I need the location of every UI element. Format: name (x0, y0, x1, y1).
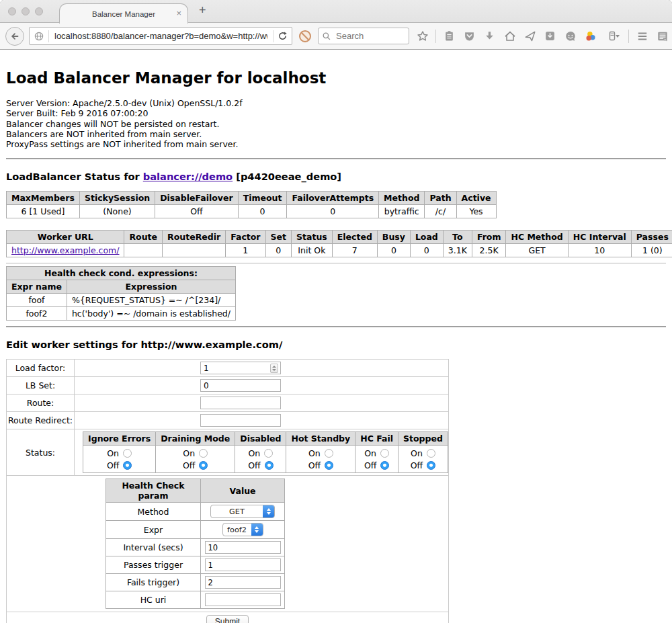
column-header: Status (292, 231, 333, 244)
search-input[interactable] (335, 30, 405, 42)
radio-on[interactable] (427, 449, 435, 458)
column-header: Busy (377, 231, 410, 244)
column-header: Path (425, 192, 456, 205)
tab-close-icon[interactable]: × (176, 8, 181, 19)
submit-button[interactable]: Submit (206, 615, 249, 623)
hc-fails-input[interactable] (205, 576, 281, 589)
route-label: Route: (7, 394, 75, 412)
container-button[interactable] (602, 28, 624, 45)
lb-set-input[interactable] (200, 379, 281, 392)
traffic-lights (8, 7, 43, 15)
search-bar[interactable] (318, 28, 409, 44)
column-header: Timeout (238, 192, 287, 205)
submit-cell: Submit (7, 612, 449, 623)
table-cell: Off (155, 205, 238, 218)
form-row: Route Redirect: (7, 412, 449, 429)
divider (6, 158, 666, 159)
downloads-button[interactable] (481, 28, 498, 45)
radio-off[interactable] (265, 461, 274, 470)
balancer-link[interactable]: balancer://demo (143, 171, 233, 182)
globe-icon[interactable] (34, 31, 44, 42)
pocket-button[interactable] (461, 28, 478, 45)
download-icon (484, 30, 495, 42)
table-cell: 0 (238, 205, 287, 218)
radio-off[interactable] (325, 461, 333, 470)
hc-row: Expr foof2 (106, 521, 285, 539)
server-built-line: Server Built: Feb 9 2016 07:00:20 (6, 108, 666, 118)
table-cell: 3.1K (443, 244, 472, 257)
colors-button[interactable] (582, 28, 599, 45)
toolbar-separator (435, 30, 436, 43)
reading-list-button[interactable] (441, 28, 458, 45)
radio-on[interactable] (264, 449, 273, 458)
back-icon (9, 31, 20, 42)
menu-button[interactable] (634, 28, 650, 45)
titlebar: Balancer Manager × + (0, 0, 672, 23)
status-column-header: Draining Mode (156, 432, 235, 446)
load-factor-input[interactable] (200, 362, 281, 374)
content-block-button[interactable] (297, 30, 313, 43)
number-spinner-icon[interactable] (270, 364, 278, 373)
radio-label: On (308, 448, 321, 458)
worker-url-cell: http://www.example.com/ (7, 244, 124, 257)
worker-url-link[interactable]: http://www.example.com/ (11, 245, 119, 255)
expr-name-cell: foof (7, 294, 67, 307)
column-header: From (472, 231, 506, 244)
radio-on[interactable] (199, 449, 208, 458)
tab-balancer-manager[interactable]: Balancer Manager × (59, 3, 188, 24)
zoom-window-button[interactable] (35, 7, 43, 15)
status-cell-draining-mode: On Off (156, 446, 235, 473)
status-column-header: Stopped (398, 432, 448, 446)
table-cell: Yes (456, 205, 496, 218)
status-options-table: Ignore Errors Draining Mode Disabled Hot… (83, 431, 448, 473)
send-tab-button[interactable] (521, 28, 538, 45)
reload-icon[interactable] (278, 31, 288, 41)
radio-label: On (411, 448, 423, 458)
radio-off[interactable] (427, 461, 435, 470)
radio-on[interactable] (380, 449, 389, 458)
select-stepper-icon (263, 505, 274, 518)
minimize-window-button[interactable] (22, 7, 30, 15)
hc-method-select[interactable]: GET (210, 505, 275, 518)
radio-off[interactable] (123, 461, 132, 470)
forum-chat-button[interactable] (562, 28, 579, 45)
edit-worker-heading: Edit worker settings for http://www.exam… (6, 339, 666, 350)
radio-on[interactable] (123, 449, 132, 458)
form-value-cell (75, 360, 449, 377)
health-check-param-table: Health Check param Value Method GET (106, 479, 285, 609)
radio-off[interactable] (199, 461, 208, 470)
close-window-button[interactable] (8, 7, 16, 15)
radio-label: Off (308, 460, 321, 470)
reading-list-icon (444, 30, 455, 42)
column-header: Health Check param (106, 479, 201, 503)
hc-expr-select[interactable]: foof2 (222, 523, 263, 536)
save-page-button[interactable] (542, 28, 558, 45)
new-tab-button[interactable]: + (199, 3, 206, 17)
route-redirect-input[interactable] (200, 414, 281, 427)
hc-passes-label: Passes trigger (106, 556, 201, 574)
hc-value-cell (201, 591, 285, 609)
column-header: Route (124, 231, 163, 244)
page-title: Load Balancer Manager for localhost (6, 69, 666, 87)
radio-on[interactable] (325, 449, 333, 458)
table-cell: 0 (287, 205, 379, 218)
url-input[interactable] (53, 30, 269, 42)
pocket-icon (464, 30, 475, 42)
selected-option: foof2 (223, 526, 251, 534)
column-header: Passes (631, 231, 672, 244)
hc-interval-input[interactable] (205, 541, 281, 554)
column-header: Active (456, 192, 496, 205)
form-row-submit: Submit (7, 612, 449, 623)
menu-icon (636, 30, 648, 42)
home-button[interactable] (501, 28, 518, 45)
hc-uri-input[interactable] (205, 593, 281, 606)
hc-passes-input[interactable] (205, 558, 281, 571)
radio-off[interactable] (380, 461, 389, 470)
chevron-down-icon (616, 35, 620, 38)
pages-button[interactable] (654, 28, 671, 45)
back-button[interactable] (5, 27, 24, 46)
url-bar[interactable] (29, 27, 292, 45)
table-cell (124, 244, 163, 257)
route-input[interactable] (200, 397, 281, 409)
bookmark-star-button[interactable] (414, 28, 431, 45)
